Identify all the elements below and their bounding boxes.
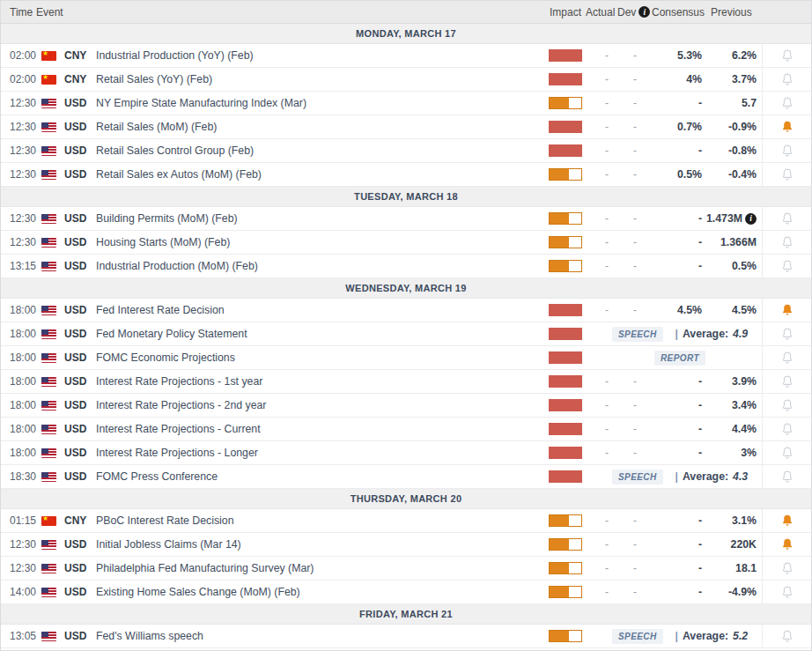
- bell-icon[interactable]: [780, 629, 794, 643]
- bell-icon[interactable]: [780, 374, 794, 388]
- bell-icon[interactable]: [780, 259, 794, 273]
- bell-icon[interactable]: [780, 327, 794, 341]
- actual-value: -: [586, 236, 617, 248]
- event-row[interactable]: 18:00USDInterest Rate Projections - Long…: [1, 441, 811, 465]
- speech-badge[interactable]: SPEECH: [612, 327, 663, 342]
- event-name[interactable]: NY Empire State Manufacturing Index (Mar…: [96, 97, 545, 109]
- deviation-value: -: [617, 144, 649, 157]
- event-row[interactable]: 02:00CNYIndustrial Production (YoY) (Feb…: [1, 44, 811, 68]
- event-row[interactable]: 18:00USDFed Interest Rate Decision--4.5%…: [1, 299, 811, 322]
- bell-icon[interactable]: [780, 585, 794, 599]
- impact-high-icon: [549, 351, 582, 364]
- event-name[interactable]: Housing Starts (MoM) (Feb): [96, 236, 545, 248]
- bell-icon[interactable]: [780, 561, 794, 575]
- alerts-cell: [762, 533, 811, 556]
- consensus-value: -: [649, 538, 707, 551]
- impact-high-icon: [549, 121, 582, 133]
- event-name[interactable]: Interest Rate Projections - Longer: [96, 447, 545, 459]
- consensus-value: -: [649, 586, 707, 598]
- event-row[interactable]: 12:30USDPhiladelphia Fed Manufacturing S…: [1, 557, 811, 581]
- deviation-value: -: [617, 586, 649, 598]
- event-row[interactable]: 18:00USDFed Monetary Policy StatementSPE…: [1, 322, 811, 346]
- event-name[interactable]: Interest Rate Projections - Current: [96, 423, 545, 435]
- event-name[interactable]: Retail Sales Control Group (Feb): [96, 144, 545, 157]
- flag-cell: [41, 377, 64, 387]
- event-row[interactable]: 18:30USDFOMC Press ConferenceSPEECH|Aver…: [1, 465, 811, 489]
- event-row[interactable]: 18:00USDFOMC Economic ProjectionsREPORT: [1, 346, 811, 370]
- event-row[interactable]: 14:00USDExisting Home Sales Change (MoM)…: [1, 581, 811, 604]
- event-name[interactable]: Interest Rate Projections - 2nd year: [96, 399, 545, 411]
- event-row[interactable]: 12:30USDBuilding Permits (MoM) (Feb)---1…: [1, 207, 811, 231]
- bell-icon[interactable]: [780, 167, 794, 181]
- event-name[interactable]: PBoC Interest Rate Decision: [96, 514, 545, 527]
- actual-value: -: [586, 73, 617, 85]
- flag-cell: [41, 353, 64, 363]
- bell-icon[interactable]: [780, 351, 794, 365]
- bell-active-icon[interactable]: [780, 303, 794, 317]
- event-row[interactable]: 18:00USDInterest Rate Projections - Curr…: [1, 418, 811, 441]
- event-row[interactable]: 13:05USDFed's Williams speechSPEECH|Aver…: [1, 625, 811, 648]
- event-name[interactable]: Retail Sales (MoM) (Feb): [96, 121, 545, 133]
- bell-icon[interactable]: [780, 398, 794, 412]
- impact-cell: [545, 97, 586, 109]
- event-name[interactable]: Interest Rate Projections - 1st year: [96, 375, 545, 388]
- impact-high-icon: [549, 470, 582, 483]
- bell-icon[interactable]: [780, 48, 794, 63]
- bell-icon[interactable]: [780, 144, 794, 158]
- event-name[interactable]: Fed Monetary Policy Statement: [96, 328, 545, 340]
- event-name[interactable]: Industrial Production (MoM) (Feb): [96, 260, 545, 272]
- event-row[interactable]: 12:30USDRetail Sales ex Autos (MoM) (Feb…: [1, 163, 811, 187]
- event-row[interactable]: 18:00USDInterest Rate Projections - 2nd …: [1, 394, 811, 418]
- consensus-value: -: [649, 97, 707, 109]
- impact-cell: [545, 49, 586, 62]
- flag-cell: [41, 238, 64, 248]
- column-header-dev-label: Dev: [617, 6, 636, 18]
- event-name[interactable]: Industrial Production (YoY) (Feb): [96, 49, 545, 62]
- bell-icon[interactable]: [780, 422, 794, 436]
- event-name[interactable]: Initial Jobless Claims (Mar 14): [96, 538, 545, 551]
- impact-cell: [545, 351, 586, 364]
- event-row[interactable]: 12:30USDNY Empire State Manufacturing In…: [1, 92, 811, 115]
- event-row[interactable]: 12:30USDHousing Starts (MoM) (Feb)---1.3…: [1, 231, 811, 255]
- impact-fill: [550, 261, 569, 271]
- event-name[interactable]: Existing Home Sales Change (MoM) (Feb): [96, 586, 545, 598]
- cn-flag-icon: [41, 51, 56, 61]
- speech-badge[interactable]: SPEECH: [612, 470, 663, 485]
- report-badge[interactable]: REPORT: [654, 351, 705, 366]
- event-name[interactable]: Retail Sales ex Autos (MoM) (Feb): [96, 168, 545, 181]
- event-row[interactable]: 12:30USDRetail Sales (MoM) (Feb)--0.7%-0…: [1, 115, 811, 139]
- bell-icon[interactable]: [780, 470, 794, 484]
- deviation-value: -: [617, 562, 649, 574]
- bell-icon[interactable]: [780, 446, 794, 460]
- event-name[interactable]: Building Permits (MoM) (Feb): [96, 212, 545, 225]
- event-name[interactable]: FOMC Press Conference: [96, 470, 545, 483]
- event-row[interactable]: 13:15USDIndustrial Production (MoM) (Feb…: [1, 255, 811, 278]
- bell-icon[interactable]: [780, 235, 794, 249]
- bell-active-icon[interactable]: [780, 537, 794, 551]
- event-name[interactable]: Philadelphia Fed Manufacturing Survey (M…: [96, 562, 545, 574]
- event-name[interactable]: FOMC Economic Projections: [96, 351, 545, 364]
- currency-code: USD: [64, 121, 96, 133]
- deviation-value: -: [617, 399, 649, 411]
- event-row[interactable]: 18:00USDInterest Rate Projections - 1st …: [1, 370, 811, 394]
- event-name[interactable]: Fed Interest Rate Decision: [96, 304, 545, 316]
- previous-info-icon[interactable]: i: [745, 213, 757, 225]
- event-row[interactable]: 01:15CNYPBoC Interest Rate Decision---3.…: [1, 509, 811, 533]
- bell-active-icon[interactable]: [780, 120, 794, 134]
- event-time: 18:00: [1, 423, 41, 435]
- event-name[interactable]: Fed's Williams speech: [96, 630, 545, 642]
- event-row[interactable]: 02:00CNYRetail Sales (YoY) (Feb)--4%3.7%: [1, 68, 811, 92]
- speech-badge[interactable]: SPEECH: [612, 629, 663, 644]
- bell-icon[interactable]: [780, 211, 794, 226]
- currency-code: USD: [64, 168, 96, 181]
- event-row[interactable]: 12:30USDInitial Jobless Claims (Mar 14)-…: [1, 533, 811, 557]
- event-name[interactable]: Retail Sales (YoY) (Feb): [96, 73, 545, 85]
- flag-cell: [41, 472, 64, 482]
- bell-icon[interactable]: [780, 96, 794, 110]
- us-flag-icon: [41, 353, 56, 363]
- event-row[interactable]: 12:30USDRetail Sales Control Group (Feb)…: [1, 139, 811, 163]
- event-time: 12:30: [1, 236, 41, 248]
- impact-fill: [550, 237, 569, 248]
- bell-icon[interactable]: [780, 72, 794, 86]
- bell-active-icon[interactable]: [780, 514, 794, 528]
